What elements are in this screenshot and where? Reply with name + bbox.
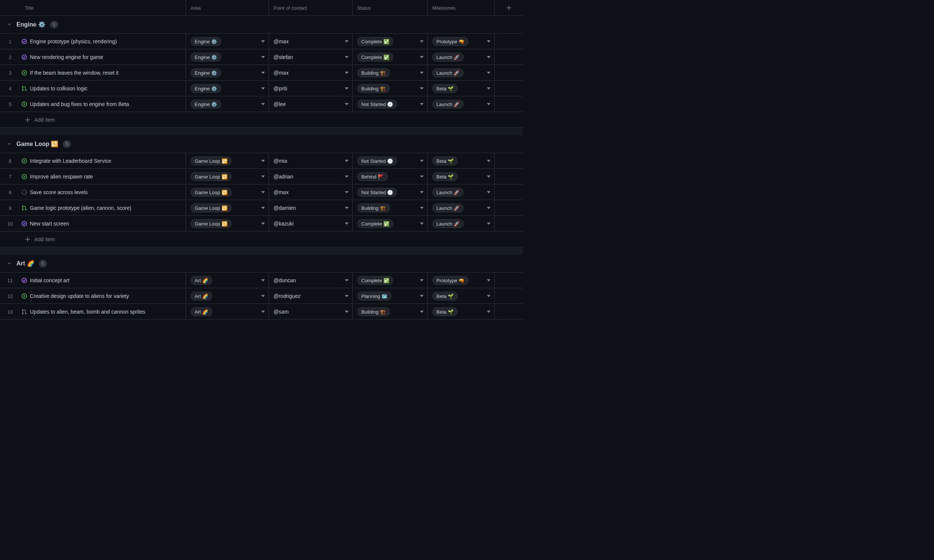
column-header-milestones[interactable]: Milestones <box>428 0 495 16</box>
contact-cell[interactable]: @max <box>269 65 353 81</box>
status-cell[interactable]: Complete ✅ <box>353 216 428 231</box>
contact-cell[interactable]: @max <box>269 34 353 49</box>
area-cell[interactable]: Engine ⚙️ <box>186 96 269 112</box>
status-cell[interactable]: Not Started 🕒 <box>353 185 428 200</box>
table-row[interactable]: 8 Save score across levelsGame Loop 🔁 @m… <box>0 185 523 200</box>
area-cell[interactable]: Game Loop 🔁 <box>186 185 269 200</box>
milestone-cell[interactable]: Launch 🚀 <box>428 65 495 81</box>
milestone-cell[interactable]: Beta 🌱 <box>428 304 495 320</box>
title-cell[interactable]: 12 Creative design update to aliens for … <box>0 288 186 304</box>
table-row[interactable]: 5 Updates and bug fixes to engine from B… <box>0 96 523 112</box>
caret-down-icon <box>487 102 490 106</box>
table-row[interactable]: 2 New rendering engine for gameEngine ⚙️… <box>0 49 523 65</box>
area-cell[interactable]: Art 🌈 <box>186 288 269 304</box>
status-cell[interactable]: Planning 🗺️ <box>353 288 428 304</box>
status-cell[interactable]: Building 🏗️ <box>353 65 428 81</box>
status-cell[interactable]: Building 🏗️ <box>353 304 428 320</box>
contact-cell[interactable]: @adrian <box>269 169 353 185</box>
status-cell[interactable]: Not Started 🕒 <box>353 96 428 112</box>
area-cell[interactable]: Art 🌈 <box>186 304 269 320</box>
table-row[interactable]: 4 Updates to collision logicEngine ⚙️ @p… <box>0 81 523 96</box>
svg-point-16 <box>22 209 23 211</box>
status-cell[interactable]: Behind 🚩 <box>353 169 428 185</box>
group-header[interactable]: Art 🌈9 <box>0 255 523 272</box>
contact-handle: @rodriguez <box>273 293 301 299</box>
contact-cell[interactable]: @rodriguez <box>269 288 353 304</box>
milestone-cell[interactable]: Launch 🚀 <box>428 49 495 65</box>
add-item-button[interactable]: Add item <box>0 231 523 247</box>
contact-cell[interactable]: @duncan <box>269 272 353 288</box>
column-header-status[interactable]: Status <box>353 0 428 16</box>
add-column-button[interactable] <box>495 0 523 16</box>
title-cell[interactable]: 7 Improve alien respawn rate <box>0 169 186 185</box>
contact-cell[interactable]: @lee <box>269 96 353 112</box>
status-cell[interactable]: Complete ✅ <box>353 272 428 288</box>
contact-cell[interactable]: @max <box>269 185 353 200</box>
contact-cell[interactable]: @damien <box>269 200 353 216</box>
contact-cell[interactable]: @stefan <box>269 49 353 65</box>
caret-down-icon <box>345 175 348 178</box>
add-item-button[interactable]: Add item <box>0 112 523 128</box>
table-row[interactable]: 13 Updates to alien, beam, bomb and cann… <box>0 304 523 320</box>
table-row[interactable]: 7 Improve alien respawn rateGame Loop 🔁 … <box>0 169 523 185</box>
title-cell[interactable]: 1 Engine prototype (physics, rendering) <box>0 34 186 49</box>
row-number: 6 <box>0 158 20 164</box>
area-cell[interactable]: Game Loop 🔁 <box>186 216 269 231</box>
title-cell[interactable]: 6 Integrate with Leaderboard Service <box>0 153 186 169</box>
caret-down-icon <box>345 294 348 298</box>
table-row[interactable]: 3 If the beam leaves the window, reset i… <box>0 65 523 81</box>
title-cell[interactable]: 4 Updates to collision logic <box>0 81 186 96</box>
column-header-title[interactable]: Title <box>0 0 186 16</box>
table-row[interactable]: 11 Initial concept artArt 🌈 @duncan Comp… <box>0 272 523 288</box>
title-cell[interactable]: 5 Updates and bug fixes to engine from B… <box>0 96 186 112</box>
contact-cell[interactable]: @mia <box>269 153 353 169</box>
area-cell[interactable]: Game Loop 🔁 <box>186 200 269 216</box>
milestone-cell[interactable]: Beta 🌱 <box>428 169 495 185</box>
contact-cell[interactable]: @kazuki <box>269 216 353 231</box>
milestone-cell[interactable]: Prototype 🔫 <box>428 272 495 288</box>
contact-cell[interactable]: @sam <box>269 304 353 320</box>
area-cell[interactable]: Game Loop 🔁 <box>186 169 269 185</box>
table-row[interactable]: 9 Game logic prototype (alien, cannon, s… <box>0 200 523 216</box>
milestone-cell[interactable]: Launch 🚀 <box>428 96 495 112</box>
milestone-cell[interactable]: Launch 🚀 <box>428 216 495 231</box>
area-cell[interactable]: Game Loop 🔁 <box>186 153 269 169</box>
title-cell[interactable]: 2 New rendering engine for game <box>0 49 186 65</box>
milestone-cell[interactable]: Launch 🚀 <box>428 185 495 200</box>
title-cell[interactable]: 11 Initial concept art <box>0 272 186 288</box>
title-cell[interactable]: 10 New start screen <box>0 216 186 231</box>
milestone-cell[interactable]: Beta 🌱 <box>428 81 495 96</box>
title-cell[interactable]: 3 If the beam leaves the window, reset i… <box>0 65 186 81</box>
milestone-cell[interactable]: Beta 🌱 <box>428 153 495 169</box>
table-row[interactable]: 1 Engine prototype (physics, rendering)E… <box>0 34 523 49</box>
column-header-area[interactable]: Area <box>186 0 269 16</box>
caret-down-icon <box>345 40 348 43</box>
group-header[interactable]: Game Loop 🔁5 <box>0 135 523 153</box>
milestone-cell[interactable]: Beta 🌱 <box>428 288 495 304</box>
contact-cell[interactable]: @priti <box>269 81 353 96</box>
area-cell[interactable]: Art 🌈 <box>186 272 269 288</box>
title-cell[interactable]: 9 Game logic prototype (alien, cannon, s… <box>0 200 186 216</box>
milestone-cell[interactable]: Launch 🚀 <box>428 200 495 216</box>
title-cell[interactable]: 8 Save score across levels <box>0 185 186 200</box>
status-cell[interactable]: Building 🏗️ <box>353 200 428 216</box>
status-cell[interactable]: Complete ✅ <box>353 49 428 65</box>
area-cell[interactable]: Engine ⚙️ <box>186 81 269 96</box>
status-cell[interactable]: Building 🏗️ <box>353 81 428 96</box>
area-cell[interactable]: Engine ⚙️ <box>186 34 269 49</box>
column-header-contact[interactable]: Point of contact <box>269 0 353 16</box>
table-row[interactable]: 10 New start screenGame Loop 🔁 @kazuki C… <box>0 216 523 231</box>
row-number: 10 <box>0 221 20 227</box>
group-header[interactable]: Engine ⚙️5 <box>0 16 523 34</box>
table-row[interactable]: 6 Integrate with Leaderboard ServiceGame… <box>0 153 523 169</box>
status-cell[interactable]: Complete ✅ <box>353 34 428 49</box>
milestone-cell[interactable]: Prototype 🔫 <box>428 34 495 49</box>
table-row[interactable]: 12 Creative design update to aliens for … <box>0 288 523 304</box>
area-cell[interactable]: Engine ⚙️ <box>186 49 269 65</box>
area-cell[interactable]: Engine ⚙️ <box>186 65 269 81</box>
area-pill: Engine ⚙️ <box>191 37 221 46</box>
title-cell[interactable]: 13 Updates to alien, beam, bomb and cann… <box>0 304 186 320</box>
issue-title: Updates to collision logic <box>30 86 88 91</box>
svg-point-4 <box>22 86 23 88</box>
status-cell[interactable]: Not Started 🕒 <box>353 153 428 169</box>
